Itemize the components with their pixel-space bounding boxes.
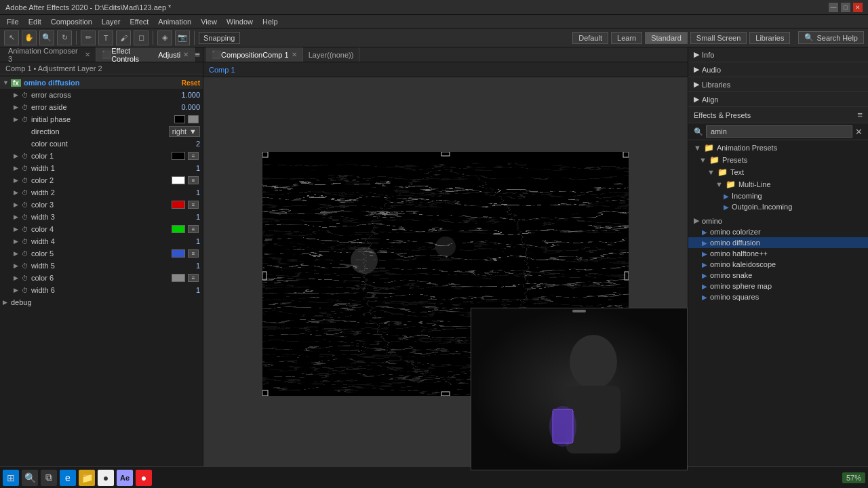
prop-color-5[interactable]: ▶ ⏱ color 5 ≡ [0,247,203,260]
prop-width-2[interactable]: ▶ ⏱ width 2 1 [0,186,203,199]
color2-check[interactable]: ≡ [188,176,199,184]
color3-swatch[interactable] [172,201,185,209]
menu-file[interactable]: File [3,16,23,27]
tab-effect-controls[interactable]: ⬛ Effect Controls Adjusti ✕ [96,47,195,62]
align-header[interactable]: ▶ Align [688,92,868,106]
sw-color1[interactable]: ⏱ [22,152,31,160]
shape-tool[interactable]: ◻ [134,30,149,45]
prop-error-across[interactable]: ▶ ⏱ error across 1.000 [0,89,203,101]
prop-color-1[interactable]: ▶ ⏱ color 1 ≡ [0,150,203,162]
effect-header[interactable]: ▼ fx omino diffusion Reset [0,77,203,89]
tree-omino-colorizer[interactable]: ▶ omino colorizer [688,226,868,237]
tree-omino-sphere-map[interactable]: ▶ omino sphere map [688,281,868,291]
prop-width-4[interactable]: ▶ ⏱ width 4 1 [0,235,203,247]
phase-check-gray[interactable] [188,115,199,123]
direction-dropdown[interactable]: right ▼ [169,126,200,137]
prop-color-count[interactable]: color count 2 [0,138,203,150]
expand-arrow-1[interactable]: ▶ [14,92,22,98]
close-animation-composer[interactable]: ✕ [85,51,90,58]
chrome-icon[interactable]: ● [98,470,114,486]
prop-color-4[interactable]: ▶ ⏱ color 4 ≡ [0,223,203,235]
menu-composition[interactable]: Composition [47,16,96,27]
tree-omino-section[interactable]: ▶ omino [688,215,868,226]
expand-arrow-2[interactable]: ▶ [14,104,22,110]
prop-color-2[interactable]: ▶ ⏱ color 2 ≡ [0,174,203,186]
minimize-button[interactable]: — [829,3,838,12]
audio-header[interactable]: ▶ Audio [688,62,868,77]
search-help-box[interactable]: 🔍 Search Help [798,31,864,44]
close-button[interactable]: ✕ [853,3,863,12]
tree-omino-diffusion[interactable]: ▶ omino diffusion [688,237,868,248]
menu-window[interactable]: Window [222,16,257,27]
prop-width-1[interactable]: ▶ ⏱ width 1 1 [0,162,203,174]
tree-omino-kaleidoscope[interactable]: ▶ omino kaleidoscope [688,259,868,270]
fx-expand[interactable]: ▼ [3,79,11,86]
info-header[interactable]: ▶ Info [688,47,868,62]
menu-layer[interactable]: Layer [98,16,125,27]
expand-color1[interactable]: ▶ [14,152,22,159]
reset-label[interactable]: Reset [182,79,200,87]
menu-edit[interactable]: Edit [24,16,45,27]
color1-swatch[interactable] [172,152,185,160]
prop-width-5[interactable]: ▶ ⏱ width 5 1 [0,260,203,272]
workspace-small-screen[interactable]: Small Screen [690,32,747,44]
libraries-header[interactable]: ▶ Libraries [688,77,868,92]
snapping-toggle[interactable]: Snapping [199,32,240,44]
prop-width-6[interactable]: ▶ ⏱ width 6 1 [0,284,203,296]
menu-help[interactable]: Help [258,16,282,27]
close-effect-controls[interactable]: ✕ [183,51,189,58]
effects-menu-btn[interactable]: ≡ [857,110,863,120]
prop-initial-phase[interactable]: ▶ ⏱ initial phase [0,113,203,125]
prop-direction[interactable]: direction right ▼ [0,125,203,138]
color6-check[interactable]: ≡ [188,274,199,282]
rotate-tool[interactable]: ↻ [57,30,72,45]
brush-tool[interactable]: 🖌 [116,30,131,45]
webcam-resize-handle[interactable] [572,310,586,312]
color3-check[interactable]: ≡ [188,201,199,209]
explorer-icon[interactable]: 📁 [79,470,95,486]
ae-icon[interactable]: Ae [117,470,133,486]
prop-width-3[interactable]: ▶ ⏱ width 3 1 [0,211,203,223]
maximize-button[interactable]: □ [841,3,850,12]
puppet-tool[interactable]: ◈ [157,30,172,45]
tree-incoming[interactable]: ▶ Incoming [688,190,868,201]
tab-composition[interactable]: ⬛ Composition Comp 1 ✕ [206,47,303,62]
tree-omino-snake[interactable]: ▶ omino snake [688,270,868,281]
workspace-default[interactable]: Default [572,32,608,44]
color1-check[interactable]: ≡ [188,152,199,160]
camera-tool[interactable]: 📷 [175,30,190,45]
edge-icon[interactable]: e [60,470,76,486]
workspace-standard[interactable]: Standard [645,32,688,44]
color2-swatch[interactable] [172,176,185,184]
tree-outgoing-incoming[interactable]: ▶ Outgoin..Incoming [688,201,868,212]
tree-multi-line[interactable]: ▼ 📁 Multi-Line [688,178,868,190]
stopwatch-error-across[interactable]: ⏱ [22,92,31,99]
prop-color-6[interactable]: ▶ ⏱ color 6 ≡ [0,272,203,284]
menu-animation[interactable]: Animation [154,16,195,27]
start-button[interactable]: ⊞ [3,470,19,486]
tab-layer[interactable]: Layer ( (none) ) [303,47,360,62]
prop-debug[interactable]: ▶ debug [0,296,203,308]
prop-color-3[interactable]: ▶ ⏱ color 3 ≡ [0,199,203,211]
tree-text[interactable]: ▼ 📁 Text [688,166,868,178]
comp-label[interactable]: Comp 1 [209,66,235,74]
task-view-btn[interactable]: ⧉ [41,470,57,486]
expand-arrow-3[interactable]: ▶ [14,116,22,123]
color4-swatch[interactable] [172,225,185,233]
workspace-libraries[interactable]: Libraries [749,32,790,44]
phase-check-black[interactable] [174,115,185,123]
cc-icon[interactable]: ● [136,470,152,486]
tree-presets[interactable]: ▼ 📁 Presets [688,154,868,166]
stopwatch-initial-phase[interactable]: ⏱ [22,116,31,123]
color6-swatch[interactable] [172,274,185,282]
tab-animation-composer[interactable]: Animation Composer 3 ✕ [3,47,96,62]
prop-error-aside[interactable]: ▶ ⏱ error aside 0.000 [0,101,203,113]
select-tool[interactable]: ↖ [4,30,19,45]
tree-animation-presets[interactable]: ▼ 📁 Animation Presets [688,142,868,154]
menu-view[interactable]: View [197,16,221,27]
panel-menu-btn[interactable]: ≡ [195,49,200,60]
text-tool[interactable]: T [98,30,113,45]
menu-effect[interactable]: Effect [125,16,153,27]
color4-check[interactable]: ≡ [188,225,199,233]
pen-tool[interactable]: ✏ [81,30,96,45]
